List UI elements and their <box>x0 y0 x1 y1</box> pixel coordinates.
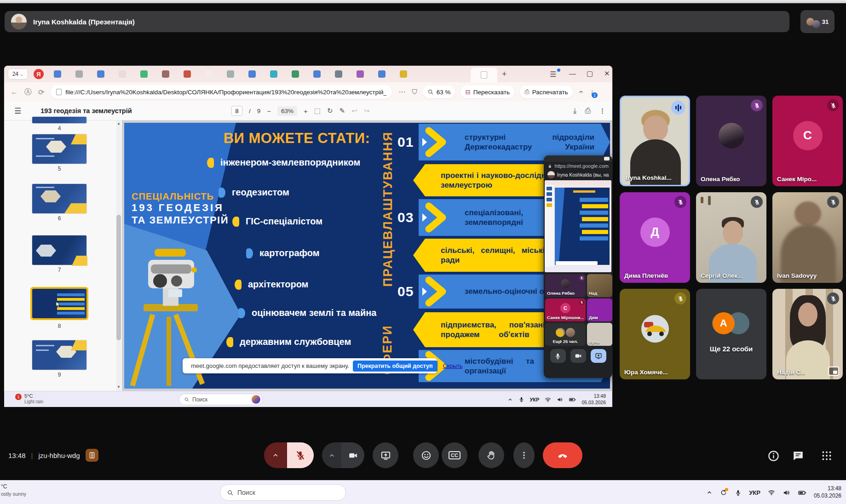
participant-count-badge[interactable]: 31 <box>800 10 834 33</box>
thumbnail-8-selected[interactable] <box>32 289 86 318</box>
participant-tile-iryna[interactable]: Iryna Koshkal... <box>620 96 690 186</box>
tab-favicon[interactable] <box>292 70 299 78</box>
yandex-badge-icon[interactable]: Ⓐ <box>24 87 32 97</box>
chat-button[interactable] <box>792 450 804 462</box>
scroll-up-icon[interactable]: ▲ <box>116 121 121 126</box>
scroll-down-icon[interactable]: ▼ <box>116 385 121 389</box>
camera-toggle-button[interactable] <box>341 442 364 468</box>
page-number-input[interactable]: 8 <box>231 106 242 116</box>
tab-favicon[interactable] <box>54 70 61 78</box>
wifi-icon[interactable] <box>545 396 551 403</box>
sidebar-scrollbar-thumb[interactable] <box>116 215 121 340</box>
download-icon[interactable]: ⤓ <box>573 107 576 115</box>
activities-grid-button[interactable] <box>821 450 833 462</box>
active-tab[interactable] <box>471 68 497 82</box>
tab-favicon[interactable] <box>184 70 191 78</box>
participant-tile-yura[interactable]: Юра Хомяче... <box>620 289 690 379</box>
bookmark-icon[interactable]: ⛉ <box>412 88 417 96</box>
mic-options-chevron[interactable] <box>264 442 287 468</box>
more-options-button[interactable] <box>513 442 535 468</box>
hide-banner-link[interactable]: Скрыть <box>443 363 463 369</box>
volume-icon[interactable] <box>783 489 790 497</box>
new-tab-button[interactable]: + <box>502 69 507 79</box>
volume-icon[interactable] <box>557 396 563 403</box>
retell-button[interactable]: ⊟ Пересказать <box>460 86 514 98</box>
tab-favicon[interactable] <box>205 70 213 78</box>
reactions-icon[interactable]: 𝄐 <box>579 88 583 96</box>
camera-options-chevron[interactable] <box>322 442 341 468</box>
taskbar-search[interactable]: Поиск <box>179 394 263 405</box>
raise-hand-button[interactable] <box>478 442 504 468</box>
participant-tile-sergiy[interactable]: Сергій Олек... <box>696 192 766 283</box>
tab-favicon[interactable] <box>270 70 277 78</box>
weather-widget[interactable]: °C ostly sunny <box>1 483 26 497</box>
tab-favicon[interactable] <box>75 70 83 78</box>
annotate-pen-icon[interactable]: ✎ <box>340 107 345 115</box>
end-call-button[interactable] <box>543 442 582 468</box>
tab-favicon[interactable] <box>97 70 104 78</box>
tab-favicon[interactable] <box>119 70 126 78</box>
redo-icon[interactable]: ↪ <box>364 107 370 115</box>
thumbnail-partial[interactable] <box>32 117 86 123</box>
zoom-in-icon[interactable]: + <box>304 107 308 115</box>
close-button[interactable]: ✕ <box>604 69 610 78</box>
zoom-out-icon[interactable]: − <box>267 107 271 115</box>
more-vertical-icon[interactable] <box>599 108 606 115</box>
back-icon[interactable]: ← <box>11 88 18 96</box>
tab-favicon[interactable] <box>140 70 148 78</box>
yandex-browser-icon[interactable]: Я <box>34 69 44 79</box>
participant-tile-ivan[interactable]: Ivan Sadovyy <box>772 192 843 283</box>
tab-favicon[interactable] <box>335 70 342 78</box>
pip-header-icon[interactable] <box>604 157 610 160</box>
tab-favicon[interactable] <box>378 70 386 78</box>
present-button[interactable] <box>373 442 398 468</box>
participant-tile-overflow[interactable]: D A Ще 22 особи <box>696 289 766 379</box>
tab-favicon[interactable] <box>162 70 169 78</box>
pip-camera-button[interactable] <box>570 349 586 363</box>
battery-icon[interactable] <box>569 396 576 403</box>
undo-icon[interactable]: ↩ <box>351 107 357 115</box>
weather-widget[interactable]: 5°C Light rain <box>24 393 43 404</box>
clock-widget[interactable]: 13:48 05.03.2026 <box>814 485 841 499</box>
language-indicator[interactable]: УКР <box>749 489 760 496</box>
thumbnail-5[interactable] <box>32 134 86 164</box>
sidebar-panel-button[interactable]: ☰ <box>550 70 559 77</box>
address-bar[interactable]: file:///C:/Users/Iryna%20Koshkalda/Deskt… <box>51 85 392 99</box>
mic-tray-icon[interactable] <box>518 396 524 402</box>
thumbnail-7[interactable] <box>32 235 86 265</box>
reload-icon[interactable]: ⟳ <box>38 88 44 97</box>
more-icon[interactable]: ⋯ <box>398 88 405 96</box>
pdf-zoom-level[interactable]: 63% <box>277 106 297 116</box>
participant-tile-olena[interactable]: Олена Рябко <box>696 96 766 186</box>
pip-mic-button[interactable] <box>550 349 566 363</box>
participant-tile-nadia[interactable]: Надія С... <box>772 289 843 379</box>
print-icon[interactable]: ⎙ <box>585 107 591 115</box>
tray-chevron-icon[interactable] <box>507 397 513 402</box>
minimize-button[interactable]: — <box>569 69 576 77</box>
meeting-info-button[interactable] <box>767 450 780 462</box>
captions-button[interactable]: CC <box>442 442 467 468</box>
sync-tray-icon[interactable] <box>720 489 727 496</box>
language-indicator[interactable]: УКР <box>530 397 540 402</box>
thumbnail-9[interactable] <box>32 340 86 370</box>
meet-pip-window[interactable]: https://meet.google.com Iryna Koshkalda … <box>544 155 612 378</box>
zoom-chip[interactable]: 63 % <box>423 86 455 98</box>
tab-favicon[interactable] <box>357 70 364 78</box>
wifi-icon[interactable] <box>768 489 775 496</box>
battery-icon[interactable] <box>798 488 806 497</box>
participant-tile-dima[interactable]: Д Дима Плетнёв <box>620 192 690 283</box>
downloads-icon[interactable]: ↓2 <box>590 88 594 96</box>
tile-pip-icon[interactable] <box>828 367 839 376</box>
maximize-button[interactable]: ▢ <box>587 69 593 78</box>
mic-tray-icon[interactable] <box>735 489 742 496</box>
tab-favicon[interactable] <box>227 70 234 78</box>
clock-widget[interactable]: 13:48 05.03.2026 <box>581 393 606 405</box>
rotate-icon[interactable]: ↻ <box>327 107 333 115</box>
print-button[interactable]: ⎙ Распечатать <box>520 86 573 98</box>
stop-sharing-button[interactable]: Прекратить общий доступ <box>353 361 437 372</box>
participant-tile-sanek[interactable]: C Санек Міро... <box>772 96 843 186</box>
fit-page-icon[interactable]: ⬚ <box>314 107 321 115</box>
presentation-main-tile[interactable]: Iryna Koshkalda (Презентація) <box>5 11 789 32</box>
menu-icon[interactable]: ☰ <box>14 106 21 116</box>
reactions-button[interactable] <box>413 442 439 468</box>
